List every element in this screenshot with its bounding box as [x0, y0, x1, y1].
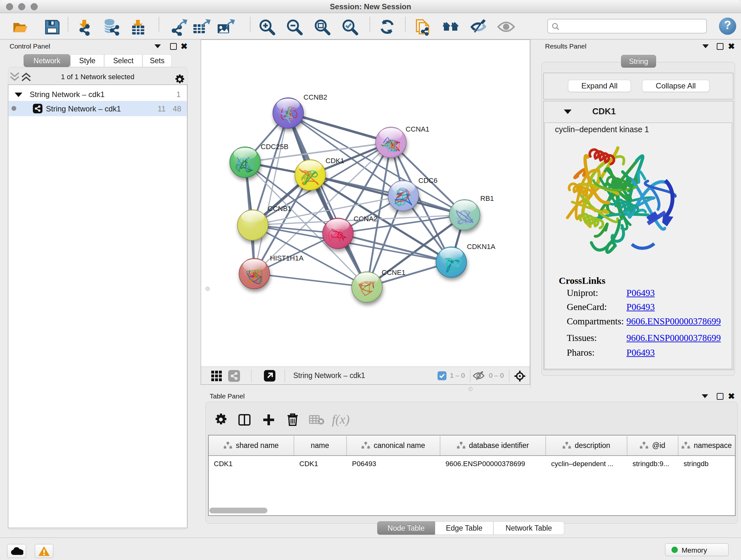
- svg-text:CCNB2: CCNB2: [304, 93, 327, 101]
- svg-text:CDK1: CDK1: [326, 157, 344, 165]
- svg-text:HIST1H1A: HIST1H1A: [270, 254, 304, 262]
- svg-text:RB1: RB1: [480, 194, 494, 202]
- svg-text:CCNA2: CCNA2: [354, 215, 378, 223]
- svg-text:CDKN1A: CDKN1A: [467, 243, 495, 251]
- svg-text:CCNA1: CCNA1: [406, 125, 429, 133]
- svg-text:CCNE1: CCNE1: [382, 268, 406, 276]
- svg-text:CCNB1: CCNB1: [268, 205, 292, 212]
- svg-text:CDC6: CDC6: [418, 177, 437, 185]
- svg-text:CDC25B: CDC25B: [261, 143, 288, 151]
